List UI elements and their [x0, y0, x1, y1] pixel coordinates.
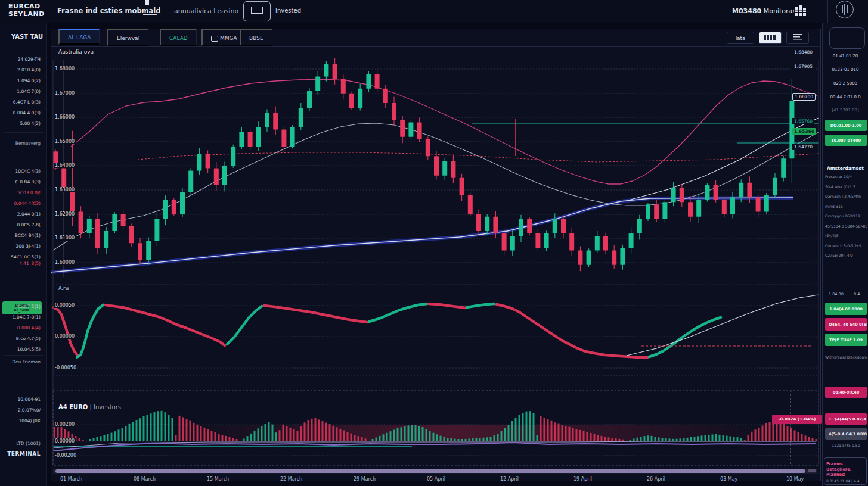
watchlist-item[interactable]: 6.4C7 L 0(3)	[13, 99, 41, 105]
chart-tabbar: AL LAGAElerwvalCALADMMGABBSE	[51, 29, 820, 47]
bracket-icon	[250, 5, 264, 17]
trade-note: Withdrawal Blackdown	[825, 355, 867, 359]
quote-row[interactable]: 0123-01 010	[825, 67, 866, 72]
buy-button[interactable]: 1.04(4.00 0000	[825, 303, 867, 315]
range-button[interactable]: Iata	[727, 32, 754, 44]
price-chart-graphics	[1, 0, 868, 486]
info-line: C275b(29), 4/0	[825, 253, 867, 257]
right-price-label: 1.65760	[792, 118, 814, 124]
watchlist-item[interactable]: 0.0C5 7-B(	[17, 222, 41, 228]
keyboard-icon-button[interactable]	[759, 32, 782, 44]
quick-buy-button[interactable]: DO.01.00-1.00	[825, 120, 867, 131]
input-underline[interactable]	[827, 349, 863, 353]
watchlist-item[interactable]: C.0 B4 3(3)	[16, 179, 41, 185]
quick-buy-button-2[interactable]: 10.007 0T400	[825, 135, 867, 146]
time-axis-label: 08 March	[134, 476, 156, 482]
watchlist-item[interactable]: BCC4 B4(1)	[15, 233, 41, 238]
tab-chart-icon	[211, 36, 218, 42]
mode-icon-button[interactable]	[243, 1, 271, 21]
macd-axis-label: 0.00200	[54, 422, 76, 427]
watchlist-item[interactable]: 2.044 0(1)	[17, 211, 41, 217]
info-line: (54/4(5	[825, 233, 867, 238]
price-axis-label: 1.68000	[54, 66, 76, 71]
right-price-label: 1.68480	[792, 49, 814, 55]
watchlist-item-red[interactable]: 4.41_3(5)	[19, 261, 41, 266]
divider	[4, 132, 43, 133]
top-header: EURCADSEYLAND Frasne ind csties mobmald …	[0, 0, 868, 23]
chart-tab-elerwval[interactable]: Elerwval	[107, 29, 148, 46]
watchlist-item[interactable]: 1 094 0(2)	[17, 78, 41, 83]
info-line: 50-4 wba (011.5	[825, 185, 867, 189]
position-row-pink[interactable]: 1. $4(44(5 0.07/4	[825, 413, 867, 425]
quote-row[interactable]: 023 2 5000	[825, 81, 866, 86]
chart-tab-bbse[interactable]: BBSE	[240, 29, 272, 46]
quote-row-dim[interactable]: [41 5701.00]	[825, 108, 866, 113]
app-logo: EURCADSEYLAND	[8, 2, 45, 18]
watchlist-item[interactable]: 1.04C 7(0)	[17, 89, 41, 94]
sell-button[interactable]: O4b4. 40 540 0(59	[825, 318, 867, 331]
trade-tab-1[interactable]: 1.04 00	[829, 292, 844, 297]
price-axis-label: 1.60000	[54, 260, 76, 265]
list-icon	[792, 33, 803, 41]
watchlist-item[interactable]: 10.004-91	[18, 397, 41, 402]
watchlist-item[interactable]: 10.04.5(5)	[17, 347, 41, 352]
quote-row[interactable]: 01.41.01 20	[825, 54, 866, 58]
alert-button[interactable]: 00:40-9(C40	[825, 387, 867, 398]
watchlist-item[interactable]: 5.00 4(2)	[20, 121, 41, 126]
header-divider	[827, 0, 828, 23]
macd-axis-label: 0.00000	[54, 438, 76, 444]
panel-section-title: Amsterdamsot	[825, 166, 866, 171]
watchlist-item[interactable]: 1.04C 7-0(1)	[13, 314, 41, 320]
quote-row[interactable]: 00.44 2.01 0.0	[825, 95, 866, 99]
time-axis-label: 26 April	[647, 476, 665, 482]
price-axis-label: 1.65000	[54, 139, 76, 144]
trade-tab-2[interactable]: 0.4	[854, 292, 860, 297]
watchlist-item[interactable]: 200 3J-4(1)	[16, 244, 41, 249]
watchlist-item[interactable]: C.U.7 5(1)	[18, 304, 41, 309]
list-icon-button[interactable]	[786, 32, 809, 44]
time-axis-label: 05 April	[427, 476, 445, 482]
watchlist-item[interactable]: 2.0.07%0/	[18, 407, 41, 413]
time-axis-label: 29 March	[354, 476, 376, 482]
chart-tab-al-laga[interactable]: AL LAGA	[58, 29, 100, 45]
watchlist-item[interactable]: 0.044 4(C3)	[14, 201, 41, 206]
symbol-outline-box[interactable]	[829, 27, 865, 49]
macd-axis-label: -0.00200	[54, 453, 78, 458]
scrollbar-thumb[interactable]	[55, 469, 805, 473]
audio-icon[interactable]	[836, 1, 854, 18]
footer-info-box[interactable]: Frames Betagliore,Planned 0.0145.11.04 |…	[824, 457, 867, 485]
watchlist-item[interactable]: 54C1 0C 5(1)	[11, 254, 41, 260]
sidebar-footer-title: TERMINAL	[7, 451, 41, 457]
info-line: Darnach | 2.4/5/4th	[825, 194, 867, 198]
info-line: 45/5104 0 5004-50/4(5	[825, 224, 867, 228]
chart-area: AL LAGAElerwvalCALADMMGABBSE Iata Austra…	[51, 29, 821, 481]
chart-legend: Australia ova	[58, 49, 94, 55]
right-price-label: 1.65360	[792, 128, 816, 135]
stats-icon[interactable]	[794, 4, 807, 18]
keyboard-icon	[764, 34, 777, 41]
watchlist-item[interactable]: 10C4C 4(3)	[15, 169, 41, 174]
chart-tab-calad[interactable]: CALAD	[160, 29, 197, 46]
watchlist-item[interactable]: 5C03 0 0J!	[17, 190, 41, 195]
sub-axis-label: 0.00000	[54, 334, 76, 339]
sub-axis-label: -0.00050	[54, 365, 78, 370]
watchlist-item[interactable]: B.co 4.7(5)	[16, 336, 41, 341]
trade-sidebar: 01.41.01 200123-01 010023 2 500000.44 2.…	[822, 23, 868, 486]
chart-scrollbar[interactable]	[53, 469, 817, 473]
right-price-label: 1.67905	[792, 63, 814, 70]
watchlist-item[interactable]: 0.000 4(4)	[17, 325, 41, 331]
header-nav-primary[interactable]: Frasne ind csties mobmald	[57, 7, 161, 15]
take-profit-button[interactable]: TP(E TU4E 1.09	[825, 334, 867, 346]
watchlist-section-label-2: Deu Frieman	[12, 359, 41, 364]
price-axis-label: 1.62000	[54, 211, 76, 217]
watchlist-item[interactable]: 1004) J0X	[18, 418, 41, 423]
watchlist-item[interactable]: 24 029-TH	[18, 57, 41, 62]
position-row-gray[interactable]: 4(5-0.4 C4(1 0/X0	[825, 428, 867, 440]
watchlist-item[interactable]: 2 010 4(0)	[17, 67, 41, 73]
sidebar-edge	[5, 37, 5, 132]
watchlist-item[interactable]: 0.004 4.0(3)	[13, 110, 41, 116]
position-note: 1221.5/45 0.50	[825, 443, 867, 447]
header-nav-secondary[interactable]: annualivica Leasino	[174, 7, 238, 15]
account-info[interactable]: M03480 Monitorant	[732, 7, 799, 15]
info-line: Prosecror 10/4	[825, 175, 867, 179]
